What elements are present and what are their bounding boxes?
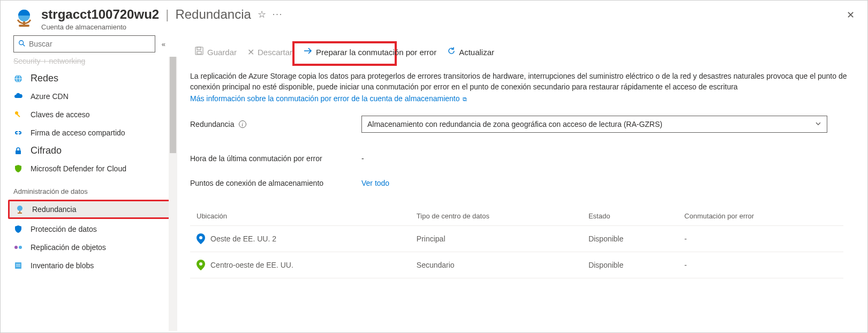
save-icon	[194, 46, 204, 58]
failover-value: -	[678, 252, 843, 278]
svg-point-3	[19, 40, 24, 44]
arrow-right-icon	[303, 46, 313, 58]
inventory-icon	[13, 261, 23, 270]
shield-icon	[13, 164, 23, 173]
table-row: Centro-oeste de EE. UU.SecundarioDisponi…	[190, 252, 843, 278]
collapse-sidebar-icon[interactable]: «	[160, 38, 168, 50]
description-text: La replicación de Azure Storage copia lo…	[190, 71, 867, 92]
svg-point-15	[19, 246, 22, 249]
key-icon	[13, 110, 23, 119]
save-button[interactable]: Guardar	[190, 44, 241, 60]
col-failover: Conmutación por error	[678, 207, 843, 226]
prepare-failover-button[interactable]: Preparar la conmutación por error	[299, 44, 441, 60]
sidebar-item-redundancia[interactable]: Redundancia	[8, 200, 171, 219]
sidebar-item-label: Cifrado	[31, 145, 62, 156]
nav-group-label: Administración de datos	[1, 178, 177, 199]
svg-rect-20	[197, 47, 201, 50]
sidebar-item-label: Replicación de objetos	[31, 243, 106, 252]
sidebar-item-azure-cdn[interactable]: Azure CDN	[1, 87, 177, 105]
external-link-icon: ⧉	[461, 96, 467, 102]
sidebar-item-label: Protección de datos	[31, 225, 97, 233]
svg-rect-21	[197, 51, 201, 54]
cloud-icon	[13, 92, 23, 101]
sidebar-item-protección-de-datos[interactable]: Protección de datos	[1, 220, 177, 238]
svg-rect-12	[19, 211, 20, 213]
svg-rect-16	[15, 262, 21, 269]
sidebar-item-redes: Redes	[1, 70, 177, 87]
svg-rect-2	[19, 25, 29, 27]
save-label: Guardar	[207, 48, 237, 57]
info-icon[interactable]: i	[239, 120, 246, 128]
sidebar-item-label: Redes	[31, 73, 58, 84]
shield-blue-icon	[13, 224, 23, 234]
lock-icon	[13, 146, 23, 156]
globe-stand-icon	[13, 7, 35, 28]
svg-rect-19	[195, 47, 203, 55]
location-pin-icon	[197, 233, 205, 244]
svg-rect-9	[17, 113, 20, 117]
sidebar-item-label: Redundancia	[32, 205, 77, 214]
status: Disponible	[582, 226, 678, 252]
sidebar-item-replicación-de-objetos[interactable]: Replicación de objetos	[1, 238, 177, 256]
sidebar-item-label: Inventario de blobs	[31, 261, 94, 270]
sidebar-search[interactable]	[13, 35, 155, 52]
endpoints-label: Puntos de conexión de almacenamiento	[190, 179, 361, 187]
refresh-button[interactable]: Actualizar	[443, 44, 499, 59]
prepare-label: Preparar la conmutación por error	[316, 48, 436, 57]
last-failover-value: -	[361, 154, 364, 163]
sidebar-item-microsoft-defender-for-cloud[interactable]: Microsoft Defender for Cloud	[1, 160, 177, 178]
page-header: strgacct100720wu2 | Redundancia ☆ ··· Cu…	[1, 1, 867, 35]
svg-line-4	[23, 44, 25, 46]
refresh-label: Actualizar	[459, 48, 494, 57]
sidebar-item-label: Claves de acceso	[31, 110, 90, 119]
col-type: Tipo de centro de datos	[410, 207, 582, 226]
section-title: Redundancia	[175, 7, 251, 22]
failover-value: -	[678, 226, 843, 252]
sidebar-item-claves-de-acceso[interactable]: Claves de acceso	[1, 105, 177, 124]
search-input[interactable]	[29, 40, 150, 48]
toolbar: Guardar ✕ Descartar Preparar la conmutac…	[190, 35, 867, 71]
sidebar-scrollbar-thumb[interactable]	[170, 57, 176, 153]
sidebar-item-firma-de-acceso-compartido[interactable]: Firma de acceso compartido	[1, 124, 177, 142]
discard-button[interactable]: ✕ Descartar	[243, 45, 297, 59]
sidebar-item-inventario-de-blobs[interactable]: Inventario de blobs	[1, 256, 177, 275]
close-icon[interactable]: ✕	[844, 7, 857, 23]
title-separator: |	[165, 7, 169, 22]
more-actions-icon[interactable]: ···	[273, 10, 283, 19]
table-row: Oeste de EE. UU. 2PrincipalDisponible-	[190, 226, 843, 252]
resource-type-subtitle: Cuenta de almacenamiento	[41, 23, 844, 31]
col-status: Estado	[582, 207, 678, 226]
discard-label: Descartar	[258, 48, 292, 57]
datacenter-type: Principal	[410, 226, 582, 252]
svg-point-24	[199, 262, 202, 266]
location-pin-icon	[197, 260, 205, 270]
sidebar-item-label: Azure CDN	[31, 92, 69, 101]
svg-point-14	[14, 246, 18, 249]
status: Disponible	[582, 252, 678, 278]
svg-point-23	[199, 236, 202, 239]
redundancy-select[interactable]: Almacenamiento con redundancia de zona g…	[361, 116, 827, 133]
learn-more-link[interactable]: Más información sobre la conmutación por…	[190, 94, 467, 103]
last-failover-label: Hora de la última conmutación por error	[190, 154, 361, 163]
sidebar-item-label: Firma de acceso compartido	[31, 128, 125, 137]
sidebar: « Security + networking RedesAzure CDNCl…	[1, 35, 177, 331]
favorite-star-icon[interactable]: ☆	[258, 9, 266, 20]
col-location: Ubicación	[190, 207, 410, 226]
redundancy-value: Almacenamiento con redundancia de zona g…	[367, 120, 662, 128]
view-all-endpoints-link[interactable]: Ver todo	[361, 179, 389, 187]
svg-rect-13	[18, 213, 22, 214]
location-name: Oeste de EE. UU. 2	[210, 234, 276, 243]
redundancy-label: Redundancia i	[190, 120, 361, 128]
locations-table: Ubicación Tipo de centro de datos Estado…	[190, 207, 843, 278]
replicate-icon	[13, 243, 23, 252]
location-name: Centro-oeste de EE. UU.	[210, 261, 293, 269]
main-content: Guardar ✕ Descartar Preparar la conmutac…	[177, 35, 867, 331]
globe-network-icon	[13, 74, 23, 84]
sidebar-item-label: Microsoft Defender for Cloud	[31, 164, 126, 173]
svg-point-11	[17, 206, 22, 211]
svg-rect-10	[16, 150, 21, 154]
resource-name: strgacct100720wu2	[41, 7, 159, 22]
globe-stand-icon	[15, 205, 25, 214]
refresh-icon	[447, 47, 456, 57]
truncated-section: Security + networking	[1, 57, 177, 67]
